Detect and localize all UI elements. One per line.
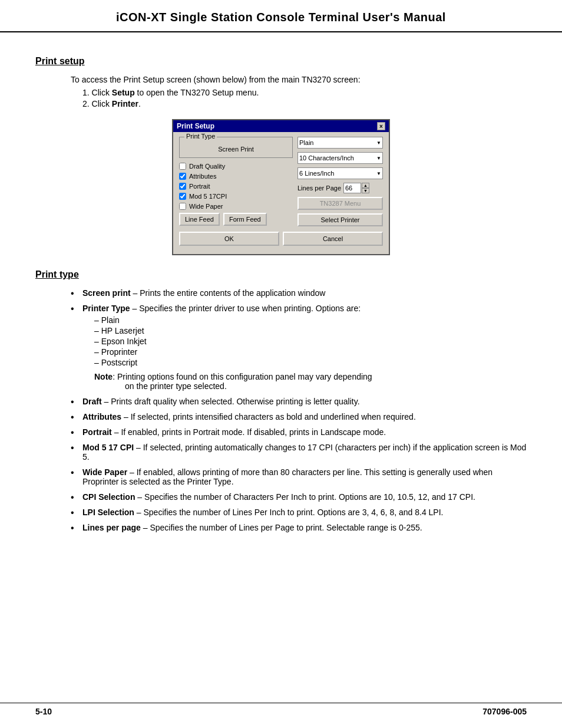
page-title: iCON-XT Single Station Console Terminal … [116,11,446,24]
cancel-button[interactable]: Cancel [283,232,383,246]
print-type-group: Print Type Screen Print [179,137,293,158]
note-block: Note: Printing options found on this con… [94,372,527,391]
print-type-bullets: Screen print – Prints the entire content… [71,288,527,532]
term-cpi: CPI Selection [82,492,135,502]
checkbox-attributes-input[interactable] [179,173,186,180]
page-header: iCON-XT Single Station Console Terminal … [0,0,562,32]
note-label: Note [94,372,113,381]
sep-attributes: – [124,412,131,421]
checkbox-portrait-input[interactable] [179,183,186,190]
bullet-portrait: Portrait – If enabled, prints in Portrai… [71,427,527,437]
desc-cpi: Specifies the number of Characters Per I… [144,492,475,502]
bullet-lines-per-page: Lines per page – Specifies the number of… [71,523,527,532]
checkbox-attributes[interactable]: Attributes [179,173,293,180]
print-type-section: Print type Screen print – Prints the ent… [35,269,527,532]
bullet-draft: Draft – Prints draft quality when select… [71,397,527,406]
bullet-widepaper: Wide Paper – If enabled, allows printing… [71,467,527,486]
sep-screen-print: – [133,288,140,298]
footer-page-number: 5-10 [35,707,52,716]
checkbox-mod5-input[interactable] [179,193,186,200]
term-draft: Draft [82,397,102,406]
checkbox-draft-quality-input[interactable] [179,163,186,170]
desc-printer-type: Specifies the printer driver to use when… [139,304,361,313]
form-feed-button[interactable]: Form Feed [223,213,267,226]
group-label: Print Type [184,133,217,140]
term-lpi: LPI Selection [82,508,134,517]
ok-button[interactable]: OK [179,232,279,246]
feed-buttons: Line Feed Form Feed [179,213,293,226]
desc-lpi: Specifies the number of Lines Per Inch t… [144,508,444,517]
dialog-right-col: Plain HP Laserjet Epson Inkjet Proprinte… [297,137,383,228]
dialog-left-col: Print Type Screen Print Draft Quality At… [179,137,293,228]
bullet-attributes: Attributes – If selected, prints intensi… [71,412,527,421]
cpi-select-wrapper[interactable]: 10 Characters/Inch 10.5 Characters/Inch … [297,152,383,164]
term-printer-type: Printer Type [82,304,130,313]
dialog-columns: Print Type Screen Print Draft Quality At… [179,137,383,228]
checkbox-mod5[interactable]: Mod 5 17CPI [179,193,293,200]
lines-per-page-label: Lines per Page [297,185,341,192]
checkbox-attributes-label: Attributes [189,173,216,180]
tn3287-menu-button[interactable]: TN3287 Menu [297,197,383,210]
cpi-select[interactable]: 10 Characters/Inch 10.5 Characters/Inch … [297,152,383,164]
dialog-screenshot: Print Setup × Print Type Screen Print [35,119,527,255]
dialog-body: Print Type Screen Print Draft Quality At… [173,132,389,254]
print-setup-dialog: Print Setup × Print Type Screen Print [172,119,390,255]
sep-cpi: – [137,492,144,502]
note-text: Printing options found on this configura… [115,372,372,381]
lines-per-page-input[interactable] [343,183,361,193]
option-postscript: Postscript [94,358,527,367]
term-mod5: Mod 5 17 CPI [82,443,134,452]
option-epson: Epson Inkjet [94,337,527,346]
line-feed-button[interactable]: Line Feed [179,213,220,226]
option-proprinter: Proprinter [94,347,527,357]
note-indent-text: on the printer type selected. [125,381,527,391]
print-setup-heading: Print setup [35,56,527,67]
printer-type-options: Plain HP Laserjet Epson Inkjet Proprinte… [94,315,527,367]
dialog-close-btn[interactable]: × [377,122,385,130]
lpi-select-wrapper[interactable]: 3 Lines/Inch 4 Lines/Inch 6 Lines/Inch 8… [297,167,383,179]
printer-type-select[interactable]: Plain HP Laserjet Epson Inkjet Proprinte… [297,137,383,149]
option-hp: HP Laserjet [94,326,527,335]
step-2: 2. Click Printer. [82,99,527,108]
screen-print-label: Screen Print [184,146,287,153]
intro-steps: 1. Click Setup to open the TN3270 Setup … [82,88,527,108]
desc-widepaper: If enabled, allows printing of more than… [82,467,492,486]
dialog-bottom-buttons: OK Cancel [179,232,383,246]
checkbox-draft[interactable]: Draft Quality [179,163,293,170]
spin-up-icon[interactable]: ▲ [362,183,369,188]
checkbox-widepaper[interactable]: Wide Paper [179,203,293,210]
checkbox-widepaper-input[interactable] [179,203,186,210]
step-1: 1. Click Setup to open the TN3270 Setup … [82,88,527,97]
bullet-screen-print: Screen print – Prints the entire content… [71,288,527,298]
term-lines-per-page: Lines per page [82,523,141,532]
checkbox-mod5-label: Mod 5 17CPI [189,193,227,200]
sep-lpi: – [137,508,144,517]
dialog-titlebar: Print Setup × [173,120,389,132]
bullet-lpi: LPI Selection – Specifies the number of … [71,508,527,517]
term-widepaper: Wide Paper [82,467,127,477]
intro-text: To access the Print Setup screen (shown … [71,75,527,84]
spin-arrows[interactable]: ▲ ▼ [362,183,369,193]
term-screen-print: Screen print [82,288,131,298]
sep-mod5: – [136,443,143,452]
bullet-cpi: CPI Selection – Specifies the number of … [71,492,527,502]
desc-draft: Prints draft quality when selected. Othe… [111,397,359,406]
desc-lines-per-page: Specifies the number of Lines per Page t… [150,523,422,532]
checkbox-portrait[interactable]: Portrait [179,183,293,190]
lines-per-page-row: Lines per Page ▲ ▼ [297,183,383,193]
desc-attributes: If selected, prints intensified characte… [131,412,416,421]
option-plain: Plain [94,315,527,325]
sep-widepaper: – [130,467,137,477]
spin-down-icon[interactable]: ▼ [362,188,369,193]
sep-printer-type: – [133,304,140,313]
page-content: Print setup To access the Print Setup sc… [0,32,562,556]
term-attributes: Attributes [82,412,121,421]
dialog-title: Print Setup [177,122,214,130]
select-printer-button[interactable]: Select Printer [297,213,383,226]
checkbox-widepaper-label: Wide Paper [189,203,223,210]
printer-type-select-wrapper[interactable]: Plain HP Laserjet Epson Inkjet Proprinte… [297,137,383,149]
lpi-select[interactable]: 3 Lines/Inch 4 Lines/Inch 6 Lines/Inch 8… [297,167,383,179]
print-type-heading: Print type [35,269,527,280]
sep-draft: – [104,397,111,406]
sep-lines-per-page: – [143,523,150,532]
